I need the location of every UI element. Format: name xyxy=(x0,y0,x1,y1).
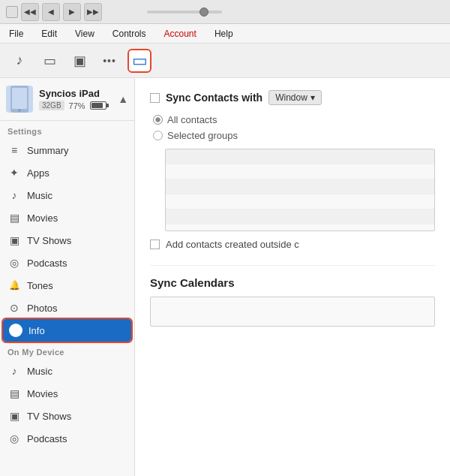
sidebar-item-podcasts[interactable]: ◎ Podcasts xyxy=(0,252,134,274)
eject-icon[interactable]: ▲ xyxy=(118,93,128,105)
radio-selected-groups-btn[interactable] xyxy=(153,131,163,140)
svg-point-2 xyxy=(19,110,21,112)
list-row-1 xyxy=(166,149,434,164)
menu-file[interactable]: File xyxy=(6,27,26,41)
rewind-button[interactable]: ◀◀ xyxy=(21,3,39,21)
sidebar-item-tv-shows2[interactable]: ▣ TV Shows xyxy=(0,405,134,427)
sync-contacts-checkbox[interactable] xyxy=(150,93,160,103)
info-label: Info xyxy=(28,325,45,336)
music-icon[interactable]: ♪ xyxy=(8,49,32,73)
sidebar: Syncios iPad 32GB 77% ▲ Settings ≡ Summa… xyxy=(0,78,135,476)
menu-edit[interactable]: Edit xyxy=(38,27,60,41)
device-capacity: 32GB xyxy=(39,101,64,110)
sidebar-item-music[interactable]: ♪ Music xyxy=(0,184,134,206)
battery-percent: 77% xyxy=(69,101,86,110)
movies2-icon: ▤ xyxy=(8,387,21,400)
sync-contacts-header: Sync Contacts with Window ▾ xyxy=(150,90,435,105)
menu-view[interactable]: View xyxy=(72,27,98,41)
podcasts2-icon: ◎ xyxy=(8,432,21,445)
radio-selected-groups[interactable]: Selected groups xyxy=(153,130,435,141)
menu-help[interactable]: Help xyxy=(212,27,236,41)
menu-account[interactable]: Account xyxy=(161,27,200,41)
sidebar-item-music2[interactable]: ♪ Music xyxy=(0,360,134,382)
music2-icon: ♪ xyxy=(8,364,21,378)
window-square-btn[interactable] xyxy=(6,6,18,18)
sidebar-item-summary[interactable]: ≡ Summary xyxy=(0,139,134,161)
info-icon: i xyxy=(9,324,22,337)
calendars-list[interactable] xyxy=(150,297,435,327)
tv-icon[interactable]: ▣ xyxy=(68,49,92,73)
podcasts-sidebar-icon: ◎ xyxy=(8,256,21,270)
movies-icon[interactable]: ▭ xyxy=(38,49,62,73)
settings-label: Settings xyxy=(0,121,134,139)
summary-label: Summary xyxy=(27,145,69,156)
photos-sidebar-icon: ⊙ xyxy=(8,301,21,315)
tv-sidebar-icon: ▣ xyxy=(8,233,21,247)
title-bar: ◀◀ ◀ ▶ ▶▶ xyxy=(0,0,450,24)
tv-shows2-label: TV Shows xyxy=(27,411,71,422)
radio-all-contacts-btn[interactable] xyxy=(153,115,163,125)
sync-calendars-label: Sync Calendars xyxy=(150,276,435,289)
tv-shows-label: TV Shows xyxy=(27,235,71,246)
more-icon[interactable]: ••• xyxy=(98,49,122,73)
chevron-down-icon: ▾ xyxy=(310,92,315,103)
apps-icon: ✦ xyxy=(8,166,21,179)
volume-slider[interactable] xyxy=(147,11,222,14)
sidebar-item-apps[interactable]: ✦ Apps xyxy=(0,161,134,184)
add-contacts-row: Add contacts created outside c xyxy=(150,239,435,250)
list-row-3 xyxy=(166,179,434,194)
sidebar-item-movies[interactable]: ▤ Movies xyxy=(0,206,134,229)
playback-controls: ◀◀ ◀ ▶ ▶▶ xyxy=(21,3,102,21)
music-label: Music xyxy=(27,190,52,201)
sidebar-item-photos[interactable]: ⊙ Photos xyxy=(0,297,134,319)
radio-group-contacts: All contacts Selected groups xyxy=(153,114,435,141)
sync-contacts-dropdown[interactable]: Window ▾ xyxy=(268,90,322,105)
on-my-device-label: On My Device xyxy=(0,342,134,360)
sidebar-item-info[interactable]: i Info xyxy=(3,319,131,342)
next-button[interactable]: ▶▶ xyxy=(84,3,102,21)
menu-bar: File Edit View Controls Account Help xyxy=(0,24,450,44)
svg-rect-1 xyxy=(12,88,27,109)
list-row-4 xyxy=(166,194,434,209)
apps-label: Apps xyxy=(27,167,50,179)
device-name: Syncios iPad xyxy=(39,88,112,99)
sidebar-item-podcasts2[interactable]: ◎ Podcasts xyxy=(0,427,134,450)
podcasts-label: Podcasts xyxy=(27,258,67,269)
device-thumbnail xyxy=(6,86,33,113)
all-contacts-label: All contacts xyxy=(167,114,217,125)
device-view-icon[interactable]: ▭ xyxy=(128,49,152,73)
music-sidebar-icon: ♪ xyxy=(8,188,21,202)
sync-calendars-section: Sync Calendars xyxy=(150,265,435,327)
tv2-icon: ▣ xyxy=(8,409,21,423)
sync-contacts-label: Sync Contacts with xyxy=(166,92,262,104)
music2-label: Music xyxy=(27,366,52,377)
sync-contacts-section: Sync Contacts with Window ▾ All contacts… xyxy=(150,90,435,250)
podcasts2-label: Podcasts xyxy=(27,433,67,444)
toolbar: ♪ ▭ ▣ ••• ▭ xyxy=(0,44,450,78)
list-row-2 xyxy=(166,164,434,179)
add-contacts-label: Add contacts created outside c xyxy=(166,239,299,250)
volume-thumb xyxy=(200,8,208,17)
radio-all-contacts[interactable]: All contacts xyxy=(153,114,435,125)
title-bar-controls xyxy=(6,6,18,18)
list-row-5 xyxy=(166,209,434,224)
contacts-groups-list[interactable] xyxy=(165,149,435,231)
sidebar-item-movies2[interactable]: ▤ Movies xyxy=(0,382,134,405)
right-panel: Sync Contacts with Window ▾ All contacts… xyxy=(135,78,450,476)
summary-icon: ≡ xyxy=(8,143,21,157)
prev-button[interactable]: ◀ xyxy=(42,3,60,21)
menu-controls[interactable]: Controls xyxy=(110,27,149,41)
add-contacts-checkbox[interactable] xyxy=(150,240,160,249)
play-button[interactable]: ▶ xyxy=(63,3,81,21)
selected-groups-label: Selected groups xyxy=(167,130,238,141)
movies2-label: Movies xyxy=(27,388,58,399)
tones-label: Tones xyxy=(27,280,53,291)
tones-sidebar-icon: 🔔 xyxy=(8,279,21,292)
movies-sidebar-icon: ▤ xyxy=(8,211,21,224)
device-info: Syncios iPad 32GB 77% xyxy=(39,88,112,110)
movies-label: Movies xyxy=(27,212,58,224)
device-header: Syncios iPad 32GB 77% ▲ xyxy=(0,78,134,121)
battery-icon xyxy=(90,101,106,110)
sidebar-item-tv-shows[interactable]: ▣ TV Shows xyxy=(0,229,134,252)
sidebar-item-tones[interactable]: 🔔 Tones xyxy=(0,274,134,297)
